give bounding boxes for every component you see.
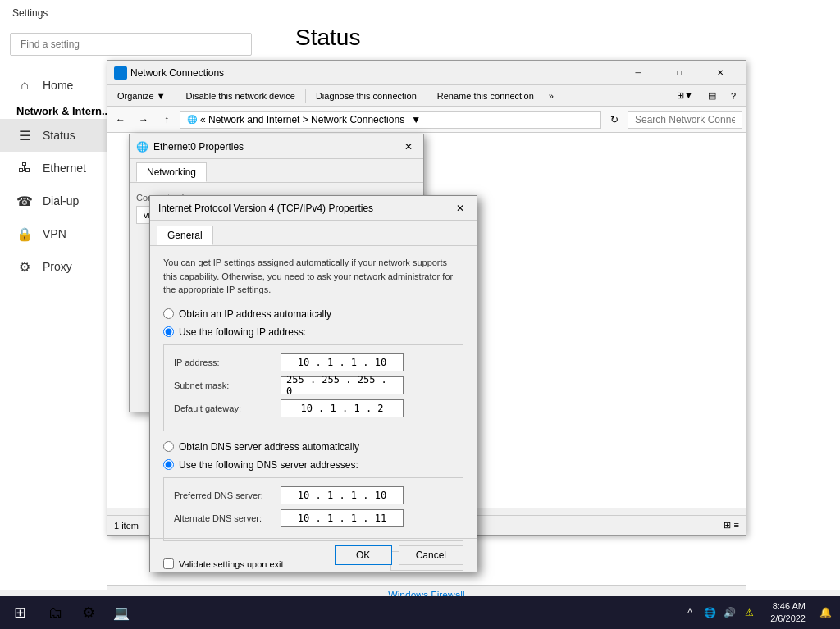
netconn-maximize-btn[interactable]: □ xyxy=(660,61,698,85)
tcp-title-text: Internet Protocol Version 4 (TCP/IPv4) P… xyxy=(158,203,452,214)
taskbar-settings[interactable]: ⚙ xyxy=(72,596,105,629)
tray-chevron[interactable]: ^ xyxy=(682,604,698,621)
ip-address-label: IP address: xyxy=(174,358,281,367)
search-address-input[interactable] xyxy=(628,111,742,129)
gateway-row: Default gateway: 10 . 1 . 1 . 2 xyxy=(174,399,453,417)
nav-label-dialup: Dial-up xyxy=(43,194,79,207)
breadcrumb-icon: 🌐 xyxy=(187,115,197,124)
tray-network-icon[interactable]: 🌐 xyxy=(701,604,718,621)
tcp-titlebar: Internet Protocol Version 4 (TCP/IPv4) P… xyxy=(150,196,477,221)
large-icon-view[interactable]: ⊞ xyxy=(724,520,731,531)
preferred-dns-row: Preferred DNS server: 10 . 1 . 1 . 10 xyxy=(174,486,453,504)
tray-right: 8:46 AM 2/6/2022 🔔 xyxy=(764,600,840,626)
eth-dialog-titlebar: 🌐 Ethernet0 Properties ✕ xyxy=(130,134,423,159)
toolbar-sep2 xyxy=(305,89,306,103)
eth-dialog-tabs: Networking xyxy=(130,159,423,183)
radio-auto-ip[interactable] xyxy=(163,308,174,319)
preferred-dns-input[interactable]: 10 . 1 . 1 . 10 xyxy=(281,486,404,504)
radio-auto-dns-row: Obtain DNS server address automatically xyxy=(163,441,463,453)
terminal-icon: 💻 xyxy=(112,603,131,622)
subnet-value: 255 . 255 . 255 . 0 xyxy=(286,374,398,397)
subnet-mask-row: Subnet mask: 255 . 255 . 255 . 0 xyxy=(174,376,453,394)
view-toggle: ⊞ ≡ xyxy=(724,520,739,531)
tcp-close-btn[interactable]: ✕ xyxy=(452,200,468,217)
netconn-window-icon xyxy=(114,66,127,80)
settings-search-input[interactable] xyxy=(10,33,252,56)
address-path[interactable]: 🌐 « Network and Internet > Network Conne… xyxy=(180,111,601,129)
tcp-ipv4-dialog: Internet Protocol Version 4 (TCP/IPv4) P… xyxy=(149,195,477,572)
nav-label-proxy: Proxy xyxy=(43,260,72,273)
netconn-addressbar: ← → ↑ 🌐 « Network and Internet > Network… xyxy=(107,107,746,133)
diagnose-btn[interactable]: Diagnose this connection xyxy=(309,87,423,105)
tray-notification[interactable]: 🔔 xyxy=(817,604,833,621)
gateway-value: 10 . 1 . 1 . 2 xyxy=(300,403,383,414)
subnet-label: Subnet mask: xyxy=(174,381,281,390)
more-btn[interactable]: » xyxy=(542,87,560,105)
rename-btn[interactable]: Rename this connection xyxy=(431,87,541,105)
cancel-btn[interactable]: Cancel xyxy=(399,545,463,565)
clock-time: 8:46 AM xyxy=(770,600,806,613)
taskbar-explorer[interactable]: 🗂 xyxy=(39,596,72,629)
back-btn[interactable]: ← xyxy=(111,110,130,130)
nav-label-ethernet: Ethernet xyxy=(43,162,86,175)
preview-btn[interactable]: ▤ xyxy=(701,87,723,105)
tcp-tab-general[interactable]: General xyxy=(157,226,213,245)
alternate-dns-input[interactable]: 10 . 1 . 1 . 11 xyxy=(281,509,404,527)
ethernet-icon: 🖧 xyxy=(16,160,33,176)
netconn-close-btn[interactable]: ✕ xyxy=(701,61,739,85)
vpn-icon: 🔒 xyxy=(16,226,33,242)
forward-btn[interactable]: → xyxy=(134,110,153,130)
ip-address-value: 10 . 1 . 1 . 10 xyxy=(298,357,386,368)
radio-manual-ip[interactable] xyxy=(163,326,174,337)
clock-date: 2/6/2022 xyxy=(770,613,806,625)
preferred-dns-label: Preferred DNS server: xyxy=(174,490,281,500)
disable-btn[interactable]: Disable this network device xyxy=(180,87,302,105)
tray-warning-icon[interactable]: ⚠ xyxy=(741,604,757,621)
path-dropdown[interactable]: ▼ xyxy=(411,114,421,125)
alternate-dns-row: Alternate DNS server: 10 . 1 . 1 . 11 xyxy=(174,509,453,527)
eth-dialog-icon: 🌐 xyxy=(136,141,148,153)
start-button[interactable]: ⊞ xyxy=(0,596,39,629)
gateway-input[interactable]: 10 . 1 . 1 . 2 xyxy=(281,399,404,417)
alternate-dns-label: Alternate DNS server: xyxy=(174,513,281,523)
organize-btn[interactable]: Organize ▼ xyxy=(111,87,172,105)
tcp-footer: OK Cancel xyxy=(150,538,477,572)
radio-auto-dns[interactable] xyxy=(163,441,174,452)
ok-btn[interactable]: OK xyxy=(335,545,392,565)
view-options-btn[interactable]: ⊞▼ xyxy=(670,87,700,105)
gateway-label: Default gateway: xyxy=(174,403,281,413)
help-btn[interactable]: ? xyxy=(724,87,742,105)
toolbar-sep3 xyxy=(427,89,427,103)
radio-manual-dns-label: Use the following DNS server addresses: xyxy=(179,459,358,471)
details-view[interactable]: ≡ xyxy=(734,520,739,531)
toolbar-sep1 xyxy=(176,89,176,103)
netconn-minimize-btn[interactable]: ─ xyxy=(619,61,657,85)
nav-label-home: Home xyxy=(43,79,73,92)
refresh-btn[interactable]: ↻ xyxy=(605,110,624,130)
taskbar-sys-tray: ^ 🌐 🔊 ⚠ xyxy=(675,604,764,621)
nav-label-vpn: VPN xyxy=(43,227,66,240)
taskbar-terminal[interactable]: 💻 xyxy=(105,596,138,629)
radio-auto-ip-row: Obtain an IP address automatically xyxy=(163,308,463,320)
radio-auto-ip-label: Obtain an IP address automatically xyxy=(179,308,331,320)
tcp-content: You can get IP settings assigned automat… xyxy=(150,246,477,581)
netconn-toolbar: Organize ▼ Disable this network device D… xyxy=(107,85,746,107)
radio-manual-ip-row: Use the following IP address: xyxy=(163,326,463,338)
eth-tab-networking[interactable]: Networking xyxy=(136,162,207,182)
start-icon: ⊞ xyxy=(14,604,26,622)
up-btn[interactable]: ↑ xyxy=(157,110,176,130)
settings-page-title: Status xyxy=(295,25,807,51)
taskbar-clock[interactable]: 8:46 AM 2/6/2022 xyxy=(770,600,812,626)
tcp-info-text: You can get IP settings assigned automat… xyxy=(163,256,463,297)
status-items: 1 item xyxy=(114,521,139,531)
ip-address-input[interactable]: 10 . 1 . 1 . 10 xyxy=(281,353,404,371)
taskbar: ⊞ 🗂 ⚙ 💻 ^ 🌐 🔊 ⚠ 8:46 AM 2/6/2022 🔔 xyxy=(0,596,840,629)
preferred-dns-value: 10 . 1 . 1 . 10 xyxy=(298,490,386,501)
settings-titlebar: Settings xyxy=(0,0,262,26)
dns-address-group: Preferred DNS server: 10 . 1 . 1 . 10 Al… xyxy=(163,477,463,541)
proxy-icon: ⚙ xyxy=(16,258,33,275)
radio-manual-dns[interactable] xyxy=(163,459,174,470)
tray-sound-icon[interactable]: 🔊 xyxy=(721,604,737,621)
subnet-input[interactable]: 255 . 255 . 255 . 0 xyxy=(281,376,404,394)
eth-dialog-close-btn[interactable]: ✕ xyxy=(400,139,417,155)
